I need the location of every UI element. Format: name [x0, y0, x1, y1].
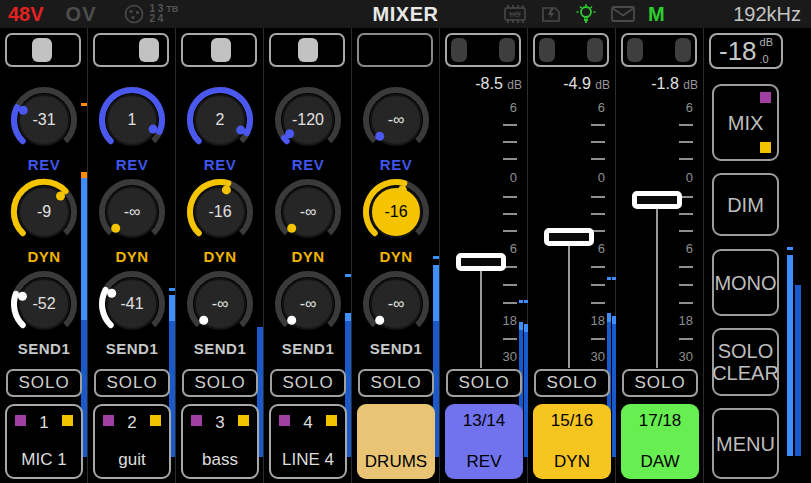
pan-slider[interactable] — [269, 33, 345, 67]
send1-knob[interactable]: -52SEND1 — [8, 270, 80, 357]
channel-label[interactable]: 15/16DYN — [533, 404, 611, 479]
solo-button[interactable]: SOLO — [622, 369, 698, 397]
channel-name: bass — [183, 450, 257, 470]
svg-text:1: 1 — [128, 111, 137, 128]
level-meter — [607, 313, 611, 322]
solo-button[interactable]: SOLO — [94, 369, 170, 397]
fader-scale-tick — [591, 284, 605, 286]
rev-knob[interactable]: -31REV — [8, 86, 80, 173]
control-room-sidebar: -18 dB .0 MIX DIM MONO SOLO CLEAR MENU — [704, 28, 811, 483]
pan-thumb-right — [675, 38, 691, 62]
level-meter — [433, 265, 439, 321]
channel-strip-4: -120REV-∞DYN-∞SEND1SOLO4LINE 4 — [264, 28, 352, 483]
fader-scale-tick — [679, 284, 693, 286]
dyn-knob[interactable]: -∞DYN — [96, 178, 168, 265]
meter-peak-tick — [519, 300, 523, 303]
knob-label: REV — [360, 156, 432, 173]
mono-status-indicator: M — [648, 3, 665, 26]
rev-knob[interactable]: -120REV — [272, 86, 344, 173]
rev-knob[interactable]: 2REV — [184, 86, 256, 173]
pan-slider[interactable] — [445, 33, 521, 67]
pan-slider[interactable] — [357, 33, 433, 67]
fader-handle[interactable] — [456, 253, 506, 271]
knob-label: REV — [272, 156, 344, 173]
knob-label: SEND1 — [360, 340, 432, 357]
channel-label[interactable]: 17/18DAW — [621, 404, 699, 479]
channel-label[interactable]: DRUMS — [357, 404, 435, 479]
solo-clear-button[interactable]: SOLO CLEAR — [712, 328, 779, 396]
pan-thumb — [32, 38, 52, 62]
svg-text:-41: -41 — [120, 295, 143, 312]
fader-handle[interactable] — [544, 228, 594, 246]
fader-scale-label: 18 — [568, 314, 605, 327]
pan-thumb — [211, 38, 231, 62]
main-volume-decimal: .0 — [760, 54, 773, 65]
rev-knob[interactable]: 1REV — [96, 86, 168, 173]
dyn-knob[interactable]: -∞DYN — [272, 178, 344, 265]
flash-icon — [540, 3, 562, 25]
level-meter — [787, 255, 793, 456]
svg-text:-∞: -∞ — [212, 295, 229, 312]
knob-label: REV — [184, 156, 256, 173]
fader-handle[interactable] — [632, 191, 682, 209]
channel-strip-8: -1.8 dB6061830SOLO17/18DAW — [616, 28, 704, 483]
solo-button[interactable]: SOLO — [182, 369, 258, 397]
svg-text:-∞: -∞ — [124, 203, 141, 220]
send1-knob[interactable]: -∞SEND1 — [272, 270, 344, 357]
pan-slider[interactable] — [621, 33, 697, 67]
fader-scale-tick — [503, 213, 517, 215]
send1-knob[interactable]: -∞SEND1 — [184, 270, 256, 357]
channel-strip-2: 1REV-∞DYN-41SEND1SOLO2guit — [88, 28, 176, 483]
dim-button[interactable]: DIM — [712, 173, 779, 236]
fader-scale-label: 0 — [480, 171, 517, 184]
knob-label: REV — [96, 156, 168, 173]
channel-label[interactable]: 4LINE 4 — [269, 404, 347, 479]
knob-label: DYN — [96, 248, 168, 265]
knob-label: DYN — [184, 248, 256, 265]
menu-button[interactable]: MENU — [712, 408, 779, 479]
solo-button[interactable]: SOLO — [534, 369, 610, 397]
fader-track — [656, 200, 658, 368]
svg-text:-16: -16 — [208, 203, 231, 220]
rev-knob[interactable]: -∞REV — [360, 86, 432, 173]
solo-button[interactable]: SOLO — [270, 369, 346, 397]
mix-button[interactable]: MIX — [712, 84, 779, 161]
dyn-knob[interactable]: -9DYN — [8, 178, 80, 265]
top-status-bar: 48V OV 1 3 TB 2 4 MIXER I/O — [0, 0, 811, 28]
meter-peak-tick — [81, 103, 87, 106]
solo-button[interactable]: SOLO — [446, 369, 522, 397]
pan-slider[interactable] — [181, 33, 257, 67]
pan-slider[interactable] — [533, 33, 609, 67]
knob-label: SEND1 — [184, 340, 256, 357]
channel-label[interactable]: 13/14REV — [445, 404, 523, 479]
solo-button[interactable]: SOLO — [6, 369, 82, 397]
channel-label[interactable]: 2guit — [93, 404, 171, 479]
fader-scale-label: 0 — [656, 171, 693, 184]
solo-button[interactable]: SOLO — [358, 369, 434, 397]
channel-label[interactable]: 3bass — [181, 404, 259, 479]
fader-scale-tick — [591, 213, 605, 215]
fader-scale-tick — [591, 196, 605, 198]
fader-track — [568, 237, 570, 368]
knob-label: SEND1 — [272, 340, 344, 357]
knob-label: SEND1 — [96, 340, 168, 357]
fader-scale-tick — [503, 124, 517, 126]
dyn-knob[interactable]: -16DYN — [360, 178, 432, 265]
fader-scale-label: 18 — [480, 314, 517, 327]
pan-slider[interactable] — [93, 33, 169, 67]
dyn-knob[interactable]: -16DYN — [184, 178, 256, 265]
channel-name: MIC 1 — [7, 450, 81, 470]
pan-slider[interactable] — [5, 33, 81, 67]
send1-knob[interactable]: -41SEND1 — [96, 270, 168, 357]
main-volume-display[interactable]: -18 dB .0 — [709, 33, 783, 69]
fader-scale-tick — [503, 230, 517, 232]
fader-scale-tick — [679, 158, 693, 160]
svg-text:-∞: -∞ — [388, 295, 405, 312]
send1-knob[interactable]: -∞SEND1 — [360, 270, 432, 357]
fader-scale-tick — [503, 158, 517, 160]
knob-label: DYN — [272, 248, 344, 265]
channel-label[interactable]: 1MIC 1 — [5, 404, 83, 479]
fader-scale-tick — [591, 141, 605, 143]
mono-button[interactable]: MONO — [712, 249, 779, 316]
mix-purple-square — [760, 92, 771, 103]
